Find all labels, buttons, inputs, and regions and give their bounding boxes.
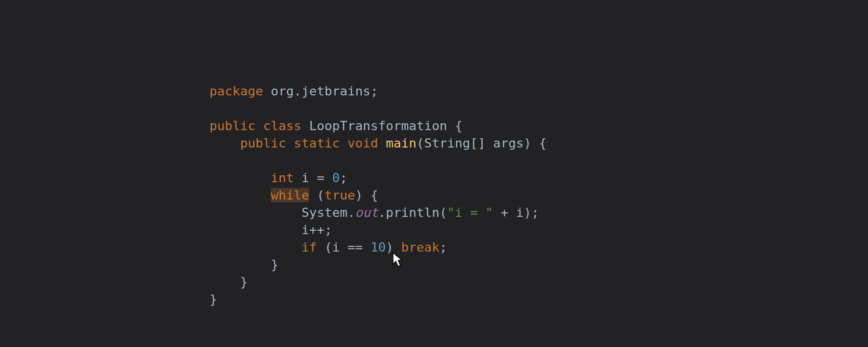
keyword-void: void: [347, 136, 378, 150]
class-name: LoopTransformation: [309, 119, 447, 133]
increment: i++;: [301, 223, 332, 237]
keyword-if: if: [301, 240, 317, 254]
out-field: out: [355, 205, 378, 220]
code-line: i++;: [209, 223, 332, 237]
code-line: }: [209, 257, 278, 272]
code-editor[interactable]: package org.jetbrains; public class Loop…: [209, 65, 547, 308]
code-line: }: [209, 275, 248, 289]
code-line: public class LoopTransformation {: [209, 119, 462, 133]
package-name: org.jetbrains: [271, 84, 370, 98]
string-literal: "i = ": [447, 205, 493, 220]
keyword-package: package: [209, 84, 263, 98]
keyword-public: public: [240, 136, 286, 150]
semicolon: ;: [370, 84, 378, 98]
concat-rest: + i);: [493, 205, 539, 220]
paren: (: [309, 188, 325, 202]
keyword-true: true: [325, 188, 355, 202]
cond-close: ): [386, 240, 402, 254]
code-line: }: [209, 292, 217, 307]
brace: }: [240, 275, 248, 289]
brace: }: [209, 292, 217, 307]
keyword-while: while: [271, 188, 309, 202]
semicolon: ;: [340, 171, 347, 185]
keyword-public: public: [209, 119, 255, 133]
number-literal: 0: [332, 171, 340, 185]
keyword-int: int: [271, 171, 294, 185]
code-line: package org.jetbrains;: [209, 84, 378, 98]
brace: }: [271, 257, 278, 272]
method-name: main: [386, 136, 417, 150]
keyword-break: break: [401, 240, 439, 254]
var-decl: i =: [294, 171, 332, 185]
code-line: System.out.println("i = " + i);: [209, 205, 539, 220]
system-ref: System.: [301, 205, 355, 220]
cond-open: (i ==: [317, 240, 370, 254]
method-params: (String[] args) {: [417, 136, 547, 150]
code-line: if (i == 10) break;: [209, 240, 447, 254]
brace: {: [447, 119, 463, 133]
code-line: while (true) {: [209, 188, 378, 202]
number-literal: 10: [370, 240, 386, 254]
code-line: public static void main(String[] args) {: [209, 136, 547, 150]
println-call: .println(: [378, 205, 447, 220]
keyword-static: static: [294, 136, 340, 150]
rest: ) {: [355, 188, 378, 202]
semicolon: ;: [439, 240, 447, 254]
code-line: int i = 0;: [209, 171, 347, 185]
keyword-class: class: [263, 119, 301, 133]
